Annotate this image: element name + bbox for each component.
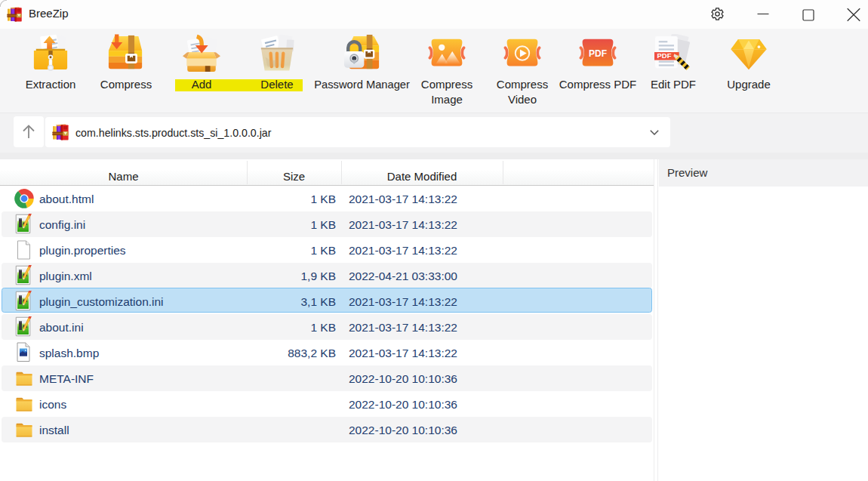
svg-text:PDF: PDF — [657, 51, 672, 60]
svg-text:PDF: PDF — [589, 48, 607, 59]
